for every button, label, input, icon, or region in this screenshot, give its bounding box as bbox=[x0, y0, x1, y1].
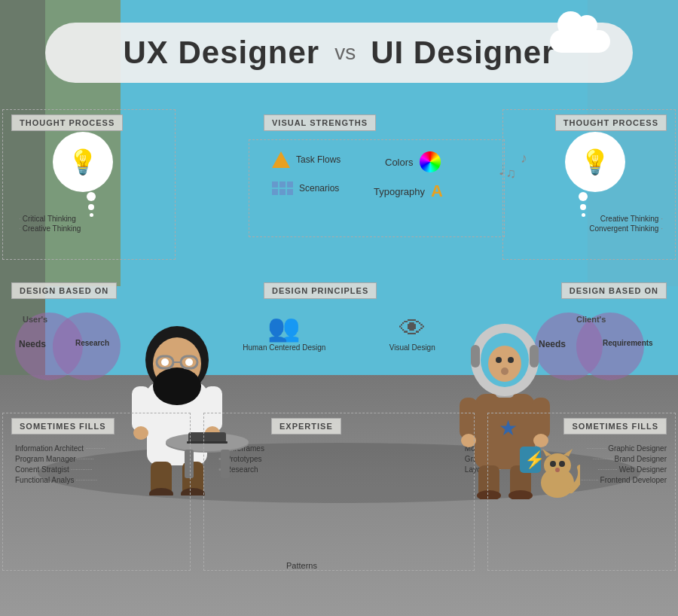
svg-point-8 bbox=[161, 358, 169, 366]
human-centered-icon-group: 👥 Human Centered Design bbox=[243, 313, 325, 352]
svg-point-9 bbox=[185, 358, 193, 366]
svg-rect-34 bbox=[530, 345, 539, 367]
svg-point-29 bbox=[488, 346, 521, 382]
visual-strengths-label: VISUAL STRENGTHS bbox=[264, 114, 376, 131]
venn-label-requirements: Requirements bbox=[603, 339, 653, 347]
design-principles-icons: 👥 Human Centered Design 👁 Visual Design bbox=[211, 313, 467, 352]
title-vs: vs bbox=[334, 41, 356, 65]
svg-rect-33 bbox=[471, 345, 480, 367]
colors-item: Colors bbox=[385, 151, 441, 172]
venn-label-research: Research bbox=[75, 339, 109, 347]
svg-point-4 bbox=[153, 367, 201, 405]
title-ui: UI Designer bbox=[371, 35, 554, 71]
left-bottom-dashed bbox=[2, 413, 191, 571]
title-ux: UX Designer bbox=[123, 35, 319, 71]
svg-point-32 bbox=[501, 367, 508, 375]
grid-icon bbox=[272, 181, 293, 195]
center-bottom-dashed bbox=[203, 413, 475, 571]
venn-label-clients: Client's bbox=[576, 315, 606, 324]
scenarios-item: Scenarios bbox=[272, 181, 339, 195]
venn-left: User's Needs Research bbox=[15, 309, 139, 392]
color-wheel-icon bbox=[420, 151, 441, 172]
cloud-decoration bbox=[542, 11, 618, 53]
design-based-left-label: DESIGN BASED ON bbox=[11, 282, 117, 299]
task-flows-item: Task Flows bbox=[272, 151, 341, 168]
svg-point-31 bbox=[508, 357, 514, 363]
venn-label-needs: Needs bbox=[19, 339, 46, 349]
main-content: UX Designer vs UI Designer THOUGHT PROCE… bbox=[0, 0, 678, 616]
venn-right: Client's Needs Requirements bbox=[535, 309, 667, 392]
triangle-icon bbox=[272, 151, 290, 168]
people-icon: 👥 bbox=[267, 313, 301, 343]
venn-label-users: User's bbox=[23, 315, 47, 324]
eye-icon: 👁 bbox=[399, 313, 426, 343]
typography-item: Typography A bbox=[374, 181, 443, 201]
visual-design-icon-group: 👁 Visual Design bbox=[389, 313, 435, 352]
visual-strengths-box: Task Flows Scenarios Colors Typography A bbox=[249, 139, 505, 237]
design-based-right-label: DESIGN BASED ON bbox=[561, 282, 667, 299]
typography-icon: A bbox=[431, 181, 443, 201]
right-dashed-region bbox=[502, 109, 676, 260]
left-dashed-region bbox=[2, 109, 176, 260]
right-bottom-dashed bbox=[487, 413, 676, 571]
design-principles-label: DESIGN PRINCIPLES bbox=[264, 282, 377, 299]
svg-point-30 bbox=[496, 357, 502, 363]
